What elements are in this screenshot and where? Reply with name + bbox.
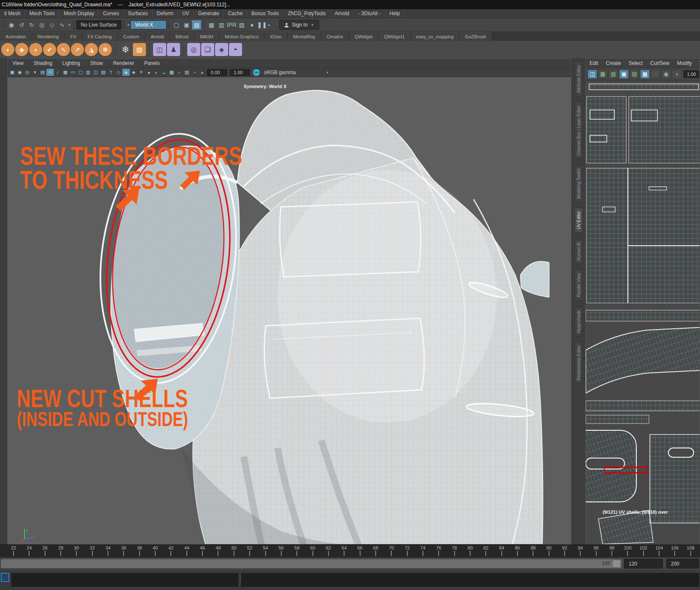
shelf-tab[interactable]: easy_uv_mapping [411,32,460,41]
timeline-tick[interactable]: 26 [41,545,49,557]
panel-tab[interactable]: Attribute Editor [575,62,583,96]
menu-item[interactable]: ZhCG_PolyTools [283,9,330,18]
timeline-tick[interactable]: 50 [230,545,238,557]
timeline-tick[interactable]: 60 [309,545,317,557]
color-management-toggle-icon[interactable]: ON [253,69,260,76]
menu-item[interactable]: Curves [99,9,124,18]
pixel-snap-icon[interactable]: ▩ [640,70,650,79]
uv-editor-menu-item[interactable]: Tools [696,59,700,67]
shaded-uvs-icon[interactable]: ▧ [608,70,618,79]
pause-viewport-icon[interactable]: ❚❚ [257,20,267,30]
script-editor-toggle[interactable] [1,573,9,582]
goz-all-icon[interactable]: ❏ [201,43,214,56]
snap-point-icon[interactable]: ↻ [27,20,36,30]
viewport-menu-item[interactable]: Lighting [57,59,85,67]
shelf-tab[interactable]: MentalRay [288,32,321,41]
uv-editor-menu-item[interactable]: Cut/Sew [646,59,673,67]
timeline-tick[interactable]: 78 [450,545,459,557]
gamma-icon[interactable]: ◕ [198,69,206,76]
shelf-tab[interactable]: QWidget1 [379,32,411,41]
shell-border-icon[interactable]: ◌ [651,70,660,79]
motion-blur-icon[interactable]: ◒ [160,69,168,76]
sculpt-pinch-tool-icon[interactable]: ◮ [85,43,98,56]
timeline-tick[interactable]: 56 [277,545,285,557]
shelf-tab[interactable]: Animation [0,32,32,41]
menu-item[interactable]: Mesh Display [59,9,99,18]
uv-snapshot-window-icon[interactable]: ◫ [153,43,166,56]
timeline-tick[interactable]: 38 [135,545,144,557]
sculpt-brush-tool-icon[interactable]: ∿ [57,43,70,56]
uv-editor-menu-item[interactable]: Create [602,59,625,67]
timeline-tick[interactable]: 70 [387,545,396,557]
range-slider-handle[interactable] [612,560,621,568]
timeline-tick[interactable]: 42 [167,545,175,557]
timeline-tick[interactable]: 90 [545,545,553,557]
display-render-sphere-icon[interactable]: ● [247,20,256,30]
snap-options-caret[interactable]: ▾ [68,23,70,27]
uv-editor-menu-item[interactable]: Modify [673,59,695,67]
grid-display-icon[interactable]: ▤ [630,70,639,79]
output-operations-icon[interactable]: ▣ [182,20,191,30]
timeline-tick[interactable]: 108 [687,545,695,557]
ambient-occlusion-icon[interactable]: ◐ [153,69,160,76]
shelf-tab[interactable]: Ornatrix [321,32,349,41]
timeline-tick[interactable]: 44 [183,545,191,557]
timeline-tick[interactable]: 76 [434,545,443,557]
shelf-tab[interactable]: MASH [194,32,219,41]
timeline-tick[interactable]: 52 [245,545,254,557]
timeline-tick[interactable]: 22 [9,545,18,557]
timeline-tick[interactable]: 72 [403,545,412,557]
snap-curve-icon[interactable]: ↺ [17,20,26,30]
timeline-tick[interactable]: 102 [639,545,648,557]
menu-item[interactable]: Bonus Tools [247,9,283,18]
timeline-tick[interactable]: 64 [340,545,348,557]
viewport-menu-item[interactable]: Panels [139,59,165,67]
timeline-tick[interactable]: 36 [119,545,128,557]
timeline-tick[interactable]: 58 [293,545,301,557]
menu-item[interactable]: UV [178,9,194,18]
shadows-icon[interactable]: ● [145,69,153,76]
uv-exposure-field[interactable]: 1.00 [684,70,699,78]
isolate-select-icon[interactable]: ▫ [175,69,183,76]
exposure-icon[interactable]: ◔ [191,69,198,76]
snap-projected-center-icon[interactable]: ◎ [37,20,46,30]
timeline-tick[interactable]: 86 [513,545,522,557]
select-camera-icon[interactable]: ▣ [8,69,16,76]
menu-item[interactable]: it Mesh [0,9,25,18]
timeline-tick[interactable]: 106 [670,545,679,557]
input-operations-icon[interactable]: ▢ [172,20,181,30]
wireframe-icon[interactable]: ◇ [115,69,122,76]
panel-tab[interactable]: Human IK [575,239,583,264]
timeline-tick[interactable]: 32 [88,545,97,557]
uv-editor-menu-item[interactable]: Select [625,59,646,67]
animation-end-field[interactable]: 200 [666,559,699,569]
timeline-tick[interactable]: 68 [372,545,380,557]
gamma-field[interactable]: 1.00 [230,69,250,76]
shelf-tab[interactable]: Custom [118,32,145,41]
use-all-lights-icon[interactable]: ☀ [137,69,145,76]
timeline-tick[interactable]: 100 [623,545,632,557]
toolbar-expand-caret[interactable]: ▸ [268,23,270,27]
image-plane-icon[interactable]: ▤ [39,69,46,76]
bookmarks-icon[interactable]: ▾ [31,69,39,76]
shelf-tab[interactable]: XGen [264,32,288,41]
goz-eraser-icon[interactable]: ◓ [229,43,242,56]
shelf-tab[interactable]: Motion Graphics [219,32,264,41]
shelf-tab[interactable]: GoZBrush [460,32,492,41]
textured-mode-icon[interactable]: ◈ [130,69,137,76]
film-gate-icon[interactable]: ▭ [69,69,77,76]
camera-attributes-icon[interactable]: ◎ [24,69,31,76]
goz-edit-icon[interactable]: ◈ [215,43,228,56]
shape-editor-icon[interactable]: ▧ [133,43,146,56]
timeline-tick[interactable]: 92 [560,545,569,557]
render-settings-icon[interactable]: ▧ [237,20,246,30]
timeline-tick[interactable]: 30 [72,545,81,557]
timeline-tick[interactable]: 94 [576,545,584,557]
grid-icon[interactable]: ▦ [62,69,69,76]
shelf-tab[interactable]: QWidget [349,32,379,41]
timeline-tick[interactable]: 62 [324,545,333,557]
menu-item[interactable]: Generate [194,9,224,18]
sculpt-freeze-tool-icon[interactable]: ❄ [99,43,112,56]
timeline-tick[interactable]: 84 [498,545,506,557]
gate-mask-icon[interactable]: ▥ [84,69,92,76]
